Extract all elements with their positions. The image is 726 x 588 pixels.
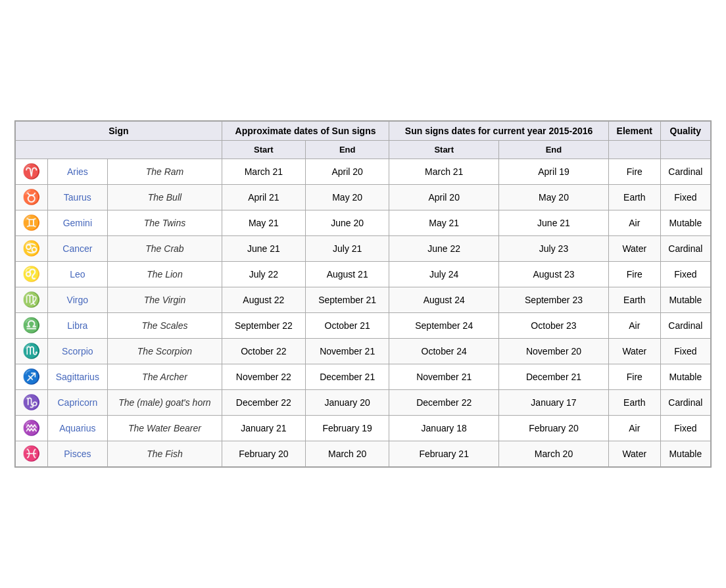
sign-name-cell: Sagittarius [47,364,108,390]
subheader-sign-empty [16,141,222,159]
sign-name: Sagittarius [56,372,99,382]
sign-symbol: ♑ [22,394,40,410]
sign-symbol: ♈ [22,163,40,180]
sign-meaning-cell: The Scorpion [108,339,222,364]
sign-meaning-cell: The Water Bearer [108,416,222,441]
approx-start: March 21 [222,159,305,185]
element: Water [608,441,660,467]
quality: Cardinal [660,313,710,339]
sign-name-cell: Scorpio [47,339,108,364]
quality: Cardinal [660,236,710,262]
zodiac-table-wrapper: Sign Approximate dates of Sun signs Sun … [14,120,712,468]
table-row: ♑CapricornThe (male) goat's hornDecember… [16,390,711,416]
approx-start: May 21 [222,210,305,236]
sign-name: Aquarius [59,423,95,433]
curr-end: August 23 [499,262,609,287]
sign-meaning-cell: The Bull [108,185,222,210]
table-row: ♊GeminiThe TwinsMay 21June 20May 21June … [16,210,711,236]
sign-symbol-cell: ♑ [16,390,48,416]
element: Earth [608,287,660,313]
approx-start: October 22 [222,339,305,364]
sign-symbol: ♓ [22,445,40,462]
curr-end: November 20 [499,339,609,364]
sign-symbol: ♐ [22,368,40,385]
sign-symbol-cell: ♈ [16,159,48,185]
sign-meaning-cell: The (male) goat's horn [108,390,222,416]
header-sun-signs: Sun signs dates for current year 2015-20… [389,122,609,141]
sign-name-cell: Libra [47,313,108,339]
sign-meaning: The Fish [147,449,182,459]
sign-name-cell: Virgo [47,287,108,313]
approx-end: January 20 [306,390,389,416]
curr-start: September 24 [389,313,499,339]
sign-symbol-cell: ♉ [16,185,48,210]
table-row: ♈AriesThe RamMarch 21April 20March 21Apr… [16,159,711,185]
approx-start: November 22 [222,364,305,390]
approx-end: June 20 [306,210,389,236]
sign-name-cell: Aries [47,159,108,185]
quality: Fixed [660,185,710,210]
sign-meaning: The Lion [147,269,182,280]
sign-symbol: ♏ [22,343,40,359]
curr-end: April 19 [499,159,609,185]
curr-end: December 21 [499,364,609,390]
approx-end: August 21 [306,262,389,287]
element: Air [608,416,660,441]
sign-meaning: The Virgin [144,295,186,305]
approx-start: June 21 [222,236,305,262]
sign-meaning: The Archer [142,372,187,382]
approx-start: April 21 [222,185,305,210]
sign-meaning-cell: The Fish [108,441,222,467]
sign-name-cell: Cancer [47,236,108,262]
quality: Fixed [660,416,710,441]
quality: Cardinal [660,390,710,416]
approx-end: September 21 [306,287,389,313]
approx-end: November 21 [306,339,389,364]
curr-start: November 21 [389,364,499,390]
curr-start: October 24 [389,339,499,364]
sign-name-cell: Capricorn [47,390,108,416]
approx-start: January 21 [222,416,305,441]
curr-start: May 21 [389,210,499,236]
table-row: ♒AquariusThe Water BearerJanuary 21Febru… [16,416,711,441]
curr-start: February 21 [389,441,499,467]
table-row: ♎LibraThe ScalesSeptember 22October 21Se… [16,313,711,339]
sign-symbol: ♒ [22,420,40,436]
curr-start: December 22 [389,390,499,416]
sign-symbol: ♌ [22,266,40,282]
sign-symbol: ♋ [22,240,40,257]
sign-symbol-cell: ♓ [16,441,48,467]
sign-symbol-cell: ♏ [16,339,48,364]
element: Fire [608,262,660,287]
approx-start: July 22 [222,262,305,287]
approx-start: December 22 [222,390,305,416]
approx-end: February 19 [306,416,389,441]
subheader-curr-start: Start [389,141,499,159]
element: Earth [608,185,660,210]
sign-meaning: The Crab [145,243,183,254]
approx-end: April 20 [306,159,389,185]
sign-name-cell: Aquarius [47,416,108,441]
header-approx-dates: Approximate dates of Sun signs [222,122,389,141]
table-row: ♓PiscesThe FishFebruary 20March 20Februa… [16,441,711,467]
curr-start: March 21 [389,159,499,185]
sign-meaning: The Ram [146,166,184,177]
sign-name-cell: Gemini [47,210,108,236]
sign-name: Gemini [63,218,92,228]
curr-start: July 24 [389,262,499,287]
sign-name-cell: Leo [47,262,108,287]
sign-name: Capricorn [57,397,97,408]
approx-end: October 21 [306,313,389,339]
header-sign: Sign [16,122,222,141]
sign-name: Virgo [67,295,88,305]
subheader-approx-start: Start [222,141,305,159]
sign-symbol: ♊ [22,214,40,231]
subheader-element-empty [608,141,660,159]
element: Water [608,339,660,364]
header-quality: Quality [660,122,710,141]
sign-meaning-cell: The Ram [108,159,222,185]
quality: Mutable [660,441,710,467]
header-element: Element [608,122,660,141]
table-row: ♐SagittariusThe ArcherNovember 22Decembe… [16,364,711,390]
sign-symbol: ♍ [22,291,40,308]
